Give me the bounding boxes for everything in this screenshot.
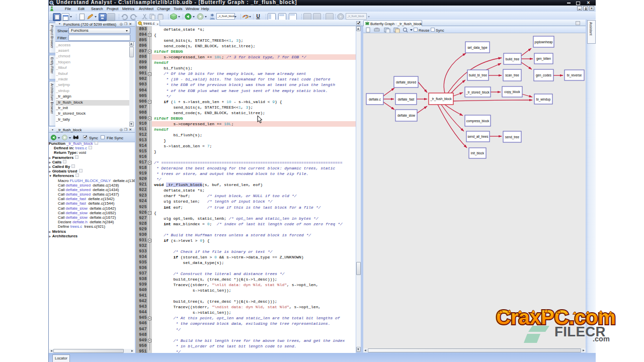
svg-text:_tr_stored_block: _tr_stored_block xyxy=(465,90,490,95)
svg-text:compress_block: compress_block xyxy=(466,119,490,123)
svg-text:init_block: init_block xyxy=(471,151,485,155)
svg-text:pqdownheap: pqdownheap xyxy=(534,40,553,44)
svg-text:bi_reverse: bi_reverse xyxy=(567,73,582,77)
svg-text:copy_block: copy_block xyxy=(504,90,520,94)
svg-text:send_all_trees: send_all_trees xyxy=(468,135,489,139)
svg-text:deflate_slow: deflate_slow xyxy=(397,114,415,118)
svg-text:gen_bitlen: gen_bitlen xyxy=(536,57,551,61)
svg-text:bi_windup: bi_windup xyxy=(536,98,551,102)
svg-text:scan_tree: scan_tree xyxy=(505,73,519,77)
svg-text:gen_codes: gen_codes xyxy=(536,73,551,77)
svg-text:send_tree: send_tree xyxy=(505,135,520,139)
svg-text:.com: .com xyxy=(593,335,610,343)
svg-text:deflate_stored: deflate_stored xyxy=(396,80,416,84)
svg-text:build_bl_tree: build_bl_tree xyxy=(469,73,488,77)
svg-text:deflate_fast: deflate_fast xyxy=(398,98,415,102)
svg-text:_tr_flush_block: _tr_flush_block xyxy=(430,97,452,101)
svg-text:deflate.c: deflate.c xyxy=(369,98,381,101)
svg-text:build_tree: build_tree xyxy=(506,57,520,61)
svg-text:set_data_type: set_data_type xyxy=(467,46,488,50)
